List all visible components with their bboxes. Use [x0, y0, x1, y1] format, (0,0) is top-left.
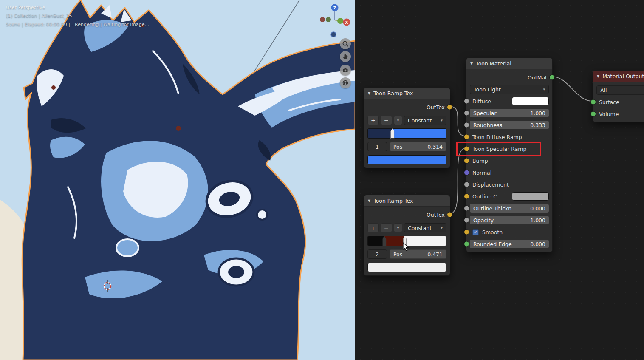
node-header[interactable]: ▼ Toon Material — [466, 58, 552, 69]
outline-color-swatch[interactable] — [512, 192, 549, 201]
socket-smooth[interactable] — [464, 230, 469, 235]
node-title: Toon Ramp Tex — [373, 90, 413, 96]
node-header[interactable]: ▼ Toon Ramp Tex — [364, 88, 450, 99]
outline-thickness-label: Outline Thickn — [473, 205, 511, 212]
gizmo-y-positive-ball[interactable] — [337, 18, 343, 24]
interpolation-dropdown[interactable]: Constant ▾ — [404, 116, 446, 125]
socket-rounded-edge[interactable] — [464, 241, 469, 247]
viewport-render-image — [0, 0, 355, 360]
stop-color-swatch[interactable] — [367, 263, 446, 272]
node-toon-ramp-tex-2[interactable]: ▼ Toon Ramp Tex OutTex + − ▾ Constant ▾ — [364, 195, 450, 276]
collapse-triangle-icon[interactable]: ▼ — [470, 62, 473, 65]
socket-outline-thickness[interactable] — [464, 206, 469, 211]
node-toon-material[interactable]: ▼ Toon Material OutMat Toon Light ▾ Diff… — [466, 57, 553, 252]
socket-outmat[interactable] — [549, 75, 555, 80]
pos-value: 0.471 — [427, 251, 443, 258]
chevron-down-icon: ▾ — [441, 226, 443, 230]
roughness-value: 0.333 — [530, 122, 545, 128]
collapse-triangle-icon[interactable]: ▼ — [368, 91, 370, 95]
node-toon-ramp-tex-1[interactable]: ▼ Toon Ramp Tex OutTex + − ▾ Constant ▾ — [364, 87, 450, 168]
output-label: OutTex — [427, 104, 445, 111]
roughness-slider[interactable]: Roughness 0.333 — [470, 121, 549, 129]
outline-color-label: Outline C.. — [470, 193, 512, 200]
wire-ramp2-to-specular-ramp — [449, 148, 466, 214]
output-row-outmat: OutMat — [470, 73, 549, 82]
socket-normal[interactable] — [464, 170, 469, 176]
output-target-value: All — [600, 87, 607, 94]
rounded-edge-value: 0.000 — [530, 241, 545, 247]
interpolation-dropdown[interactable]: Constant ▾ — [404, 223, 446, 232]
render-status-text: Scene | Elapsed: 00:00.00 | - Rendering … — [6, 20, 149, 29]
diffuse-color-swatch[interactable] — [512, 97, 549, 105]
socket-outtex-1[interactable] — [447, 105, 452, 110]
socket-specular[interactable] — [464, 111, 469, 116]
node-header[interactable]: ▼ Material Output — [593, 71, 644, 82]
specular-slider[interactable]: Specular 1.000 — [470, 109, 549, 117]
color-ramp-widget[interactable] — [367, 128, 446, 139]
collapse-triangle-icon[interactable]: ▼ — [597, 74, 599, 78]
normal-label: Normal — [472, 170, 491, 176]
ramp-segment-1 — [368, 236, 384, 246]
roughness-label: Roughness — [473, 122, 502, 128]
wire-ramp1-to-diffuse-ramp — [449, 106, 466, 136]
add-stop-button[interactable]: + — [367, 116, 379, 125]
add-stop-button[interactable]: + — [367, 223, 379, 232]
node-material-output[interactable]: ▼ Material Output All ▾ Surface Volume — [593, 70, 644, 122]
ramp-options-dropdown[interactable]: ▾ — [394, 223, 402, 232]
stop-index-field[interactable]: 2 — [367, 249, 387, 259]
rounded-edge-slider[interactable]: Rounded Edge 0.000 — [470, 240, 549, 248]
socket-surface[interactable] — [590, 99, 596, 105]
toon-specular-ramp-label: Toon Specular Ramp — [472, 146, 526, 152]
socket-outtex-2[interactable] — [447, 212, 452, 218]
zoom-button[interactable] — [340, 38, 351, 49]
toon-light-dropdown[interactable]: Toon Light ▾ — [470, 85, 549, 94]
bump-label: Bump — [472, 158, 488, 164]
ramp-segment-1 — [368, 129, 393, 138]
socket-diffuse[interactable] — [464, 99, 469, 104]
specular-label: Specular — [473, 110, 497, 116]
toggle-perspective-button[interactable] — [340, 77, 351, 88]
ramp-segment-2 — [393, 129, 446, 138]
chevron-down-icon: ▾ — [543, 87, 545, 91]
opacity-label: Opacity — [473, 217, 494, 224]
ramp-options-dropdown[interactable]: ▾ — [394, 116, 402, 125]
outline-thickness-slider[interactable]: Outline Thickn 0.000 — [470, 204, 549, 213]
stop-index-field[interactable]: 1 — [367, 142, 387, 151]
node-title: Material Output — [602, 73, 644, 79]
camera-view-button[interactable] — [340, 65, 351, 76]
gizmo-y-negative-ball[interactable] — [326, 17, 331, 22]
pos-label: Pos — [393, 144, 402, 150]
gizmo-x-negative-ball[interactable] — [320, 17, 325, 22]
socket-toon-specular-ramp[interactable] — [464, 146, 469, 152]
socket-opacity[interactable] — [464, 218, 469, 223]
pos-label: Pos — [393, 251, 402, 258]
node-header[interactable]: ▼ Toon Ramp Tex — [364, 195, 450, 207]
stop-position-field[interactable]: Pos 0.471 — [390, 249, 446, 259]
remove-stop-button[interactable]: − — [381, 223, 392, 232]
socket-bump[interactable] — [464, 158, 469, 164]
socket-volume[interactable] — [590, 111, 596, 117]
stop-position-field[interactable]: Pos 0.314 — [390, 142, 446, 151]
socket-displacement[interactable] — [464, 182, 469, 187]
pan-button[interactable] — [340, 51, 351, 62]
opacity-slider[interactable]: Opacity 1.000 — [470, 216, 549, 224]
smooth-checkbox[interactable]: ✓ — [472, 229, 479, 235]
stop-color-swatch[interactable] — [367, 155, 446, 164]
collapse-triangle-icon[interactable]: ▼ — [368, 199, 370, 203]
displacement-label: Displacement — [472, 181, 509, 188]
gizmo-z-negative-ball[interactable] — [331, 32, 336, 37]
socket-outline-color[interactable] — [464, 194, 469, 199]
ramp-segment-3 — [405, 236, 446, 246]
navigation-gizmo[interactable]: Z X — [315, 1, 354, 40]
shader-node-editor[interactable]: ▼ Toon Ramp Tex OutTex + − ▾ Constant ▾ — [355, 0, 644, 360]
magnifier-icon — [342, 40, 349, 47]
socket-roughness[interactable] — [464, 122, 469, 128]
node-title: Toon Ramp Tex — [373, 198, 413, 204]
surface-label: Surface — [599, 99, 619, 105]
viewport-3d[interactable]: User Perspective (1) Collection | AlienB… — [0, 0, 355, 360]
gizmo-z-label: Z — [333, 6, 336, 10]
output-target-dropdown[interactable]: All ▾ — [596, 85, 644, 95]
remove-stop-button[interactable]: − — [381, 116, 392, 125]
ramp-segment-2 — [384, 236, 405, 246]
socket-toon-diffuse-ramp[interactable] — [464, 134, 469, 140]
